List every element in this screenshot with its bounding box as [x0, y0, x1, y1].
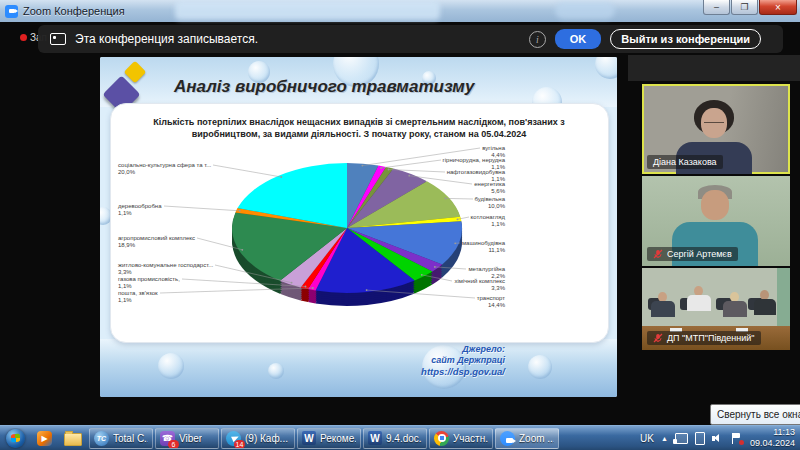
person — [704, 117, 724, 123]
recording-screen-icon — [50, 33, 66, 45]
window-title: Zoom Конференция — [23, 5, 125, 17]
taskbar-button-total-commander[interactable]: Total C... — [89, 428, 153, 449]
media-player-icon — [37, 431, 52, 446]
taskbar-button-word-2[interactable]: 9.4.doc... — [363, 428, 427, 449]
person — [687, 295, 711, 311]
viber-badge: 6 — [168, 440, 179, 449]
participant-name-badge: Діана Казакова — [647, 155, 723, 169]
video-tile-dp-mtp-pivdennyi[interactable]: ДП "МТП"Південний" — [642, 268, 790, 350]
participant-name-badge: Сергій Артемєв — [647, 247, 738, 261]
word-icon — [302, 431, 316, 445]
start-button[interactable] — [1, 428, 30, 449]
participant-name: ДП "МТП"Південний" — [667, 333, 755, 343]
telegram-badge: 14 — [234, 440, 245, 449]
video-tile-diana-kazakova[interactable]: Діана Казакова — [642, 84, 790, 174]
minimize-button[interactable]: – — [703, 0, 730, 15]
total-commander-icon — [94, 431, 109, 446]
person — [723, 301, 747, 317]
bubble-decoration — [268, 363, 284, 379]
taskbar-button-zoom[interactable]: Zoom ... — [495, 428, 559, 449]
source-note: Джерело: сайт Держпраці https://dsp.gov.… — [421, 344, 505, 378]
recording-notification-bar: Эта конференция записывается. i OK Выйти… — [38, 25, 783, 53]
person — [701, 190, 729, 220]
source-line: Джерело: — [421, 344, 505, 355]
language-indicator[interactable]: UK — [640, 433, 654, 444]
zoom-icon — [500, 431, 515, 446]
action-center-flag-icon[interactable] — [732, 433, 743, 444]
chrome-icon — [434, 431, 449, 446]
muted-mic-icon — [653, 333, 663, 343]
zoom-app-icon — [5, 5, 18, 18]
participant-name: Діана Казакова — [653, 157, 717, 167]
system-tray: UK ▲ 11:13 09.04.2024 — [640, 427, 800, 450]
device-tray-icon[interactable] — [695, 432, 705, 445]
bubble-decoration — [528, 355, 552, 379]
slide-title: Аналіз виробничого травматизму — [174, 77, 474, 97]
person — [754, 299, 776, 315]
muted-mic-icon — [653, 249, 663, 259]
taskbar-button-word-1[interactable]: Рекоме... — [297, 428, 361, 449]
taskbar-button-media-player[interactable] — [32, 428, 57, 449]
folder-icon — [64, 433, 82, 446]
video-tile-sergiy-artemev[interactable]: Сергій Артемєв — [642, 176, 790, 266]
bubble-decoration — [158, 353, 184, 379]
background-window-blur — [175, 1, 440, 20]
word-icon — [368, 431, 382, 445]
info-icon[interactable]: i — [529, 31, 546, 48]
time: 11:13 — [750, 427, 795, 438]
taskbar-button-viber[interactable]: 6 Viber — [155, 428, 219, 449]
ok-button[interactable]: OK — [555, 29, 602, 49]
clock[interactable]: 11:13 09.04.2024 — [750, 427, 795, 450]
background-window-blur — [555, 2, 615, 19]
participant-name-badge: ДП "МТП"Південний" — [647, 331, 761, 345]
recording-notification-text: Эта конференция записывается. — [75, 32, 258, 46]
show-desktop-tooltip: Свернуть все окна — [710, 404, 800, 425]
chart-title: Кількість потерпілих внаслідок нещасних … — [124, 117, 594, 140]
video-panel-header — [628, 55, 800, 81]
zoom-window-titlebar: Zoom Конференция – ❐ × — [0, 0, 800, 22]
date: 09.04.2024 — [750, 438, 795, 449]
presentation-slide: Аналіз виробничого травматизму Кількість… — [100, 57, 617, 397]
person — [701, 108, 727, 138]
source-line: сайт Держпраці — [421, 355, 505, 366]
close-button[interactable]: × — [759, 0, 797, 15]
windows-start-icon — [6, 429, 25, 448]
taskbar-button-file-explorer[interactable] — [59, 428, 87, 449]
person — [651, 301, 675, 317]
taskbar-button-chrome[interactable]: Участн... — [429, 428, 493, 449]
speaker-tray-icon[interactable] — [712, 433, 725, 444]
source-link: https://dsp.gov.ua/ — [421, 366, 505, 378]
recording-dot-icon — [20, 34, 27, 41]
tray-expand-icon[interactable]: ▲ — [661, 435, 668, 442]
display-tray-icon[interactable] — [675, 433, 688, 444]
leave-meeting-button[interactable]: Выйти из конференции — [610, 29, 761, 49]
desktop: Zoom Конференция – ❐ × Зап Аналіз виробн… — [0, 0, 800, 450]
taskbar-button-telegram[interactable]: 14 (9) Каф... — [221, 428, 295, 449]
taskbar: Total C... 6 Viber 14 (9) Каф... Рекоме.… — [0, 425, 800, 450]
maximize-button[interactable]: ❐ — [731, 0, 758, 15]
participant-name: Сергій Артемєв — [667, 249, 732, 259]
